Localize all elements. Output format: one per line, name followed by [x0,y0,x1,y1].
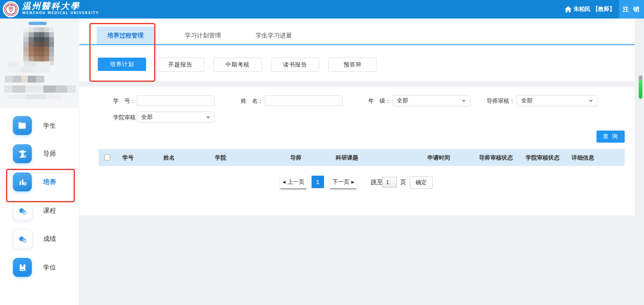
mentor-review-select-value: 全部 [521,97,533,104]
avatar [23,27,54,67]
button-reading-report[interactable]: 读书报告 [271,58,319,72]
prev-arrow-icon: ◀ [283,180,286,184]
sidebar-item-training[interactable]: 培养 [0,172,79,192]
tabs-panel: 培养过程管理 学习计划管理 学生学习进展 培养计划 开题报告 中期考核 读书报告… [79,19,635,81]
grade-select-value: 全部 [397,97,408,104]
mentor-review-label: 导师审核： [487,98,515,105]
sidebar-item-label: 成绩 [43,229,56,248]
college-review-select[interactable]: 全部 [137,112,215,123]
tab-student-progress[interactable]: 学生学习进展 [244,27,304,44]
redacted-text-line [8,62,50,67]
folder-icon [13,116,32,135]
sidebar-item-label: 培养 [43,172,56,191]
redacted-text-line [4,85,76,93]
jump-to-label: 跳至 [371,178,383,186]
jump-page-input[interactable] [382,177,397,187]
tab-study-plan[interactable]: 学习计划管理 [173,27,233,44]
user-info: 朱柏民 【教师】 [565,0,615,19]
col-name: 姓名 [163,149,175,166]
vertical-scrollbar-thumb[interactable] [639,75,642,99]
university-seal-icon: 温州醫科 [3,1,19,17]
app-window: 温州醫科 温州醫科大學 WENZHOU MEDICAL UNIVERSITY 朱… [0,0,644,305]
col-student-id: 学号 [122,149,134,166]
col-college-review-status: 学院审核状态 [526,149,559,166]
col-apply-time: 申请时间 [427,149,450,166]
top-header-bar: 温州醫科 温州醫科大學 WENZHOU MEDICAL UNIVERSITY 朱… [0,0,644,19]
tab-training-process[interactable]: 培养过程管理 [97,27,154,44]
redacted-banner [29,22,47,25]
mentor-review-select[interactable]: 全部 [517,95,597,106]
sidebar-item-courses[interactable]: 课程 [0,201,79,220]
query-panel: 学 号： 姓 名： 年 级： 全部 导师审核： 全部 学院审核： 全部 查 询 … [79,87,635,216]
col-mentor: 导师 [290,149,301,166]
sidebar-item-label: 导师 [43,144,56,163]
next-page-button[interactable]: 下一页 ▶ [330,176,357,188]
page-unit-label: 页 [400,178,406,186]
university-name-en: WENZHOU MEDICAL UNIVERSITY [22,12,99,15]
sidebar-item-mentors[interactable]: 导师 [0,144,79,164]
current-page-indicator[interactable]: 1 [312,176,324,188]
svg-text:温州醫科: 温州醫科 [7,4,15,7]
button-pre-defense[interactable]: 预答辩 [328,58,377,72]
col-research-topic: 科研课题 [336,149,358,166]
chevron-down-icon [462,100,466,102]
sidebar-item-label: 学生 [43,116,56,135]
cloud-sync-icon [13,201,33,221]
table-header-row: 学号 姓名 学院 导师 科研课题 申请时间 导师审核状态 学院审核状态 详细信息 [99,149,625,166]
prev-page-button[interactable]: ◀ 上一页 [280,176,307,188]
grade-select[interactable]: 全部 [392,95,470,106]
next-arrow-icon: ▶ [351,180,355,184]
next-page-label: 下一页 [332,178,349,186]
col-detail-info: 详细信息 [572,149,594,166]
redacted-text-line [8,67,50,73]
name-label: 姓 名： [241,98,263,105]
confirm-button[interactable]: 确定 [410,176,433,189]
chevron-down-icon [206,116,210,119]
sidebar-item-label: 课程 [43,201,56,220]
name-input[interactable] [265,95,343,106]
student-id-input[interactable] [137,95,215,106]
degree-book-icon [13,258,32,277]
profile-section [0,19,79,108]
university-name: 温州醫科大學 WENZHOU MEDICAL UNIVERSITY [22,2,99,15]
bar-chart-icon [13,172,32,191]
grade-label: 年 级： [368,98,391,105]
search-button[interactable]: 查 询 [597,131,625,143]
home-icon[interactable] [565,6,572,12]
user-role-badge: 【教师】 [592,6,615,13]
sidebar-item-degree[interactable]: 学位 [0,258,79,277]
chevron-down-icon [589,100,593,102]
mentor-graduation-icon [13,144,32,163]
button-training-plan[interactable]: 培养计划 [98,58,146,71]
college-review-select-value: 全部 [141,114,153,121]
select-all-checkbox[interactable] [104,154,110,160]
col-mentor-review-status: 导师审核状态 [479,149,513,166]
user-name[interactable]: 朱柏民 [574,6,590,13]
cloud-sync-icon [13,229,33,249]
logout-button[interactable]: 注 销 [619,0,644,19]
redacted-text-line [5,76,44,83]
university-name-cn: 温州醫科大學 [22,2,99,10]
sidebar: 学生 导师 [0,19,79,305]
col-college: 学院 [215,149,226,166]
redacted-text-line [7,94,62,99]
prev-page-label: 上一页 [287,178,304,186]
sidebar-item-label: 学位 [43,258,56,277]
student-id-label: 学 号： [113,98,136,105]
tab-underline [79,44,635,45]
button-proposal-report[interactable]: 开题报告 [156,58,204,72]
button-midterm-assessment[interactable]: 中期考核 [213,58,262,72]
sidebar-item-grades[interactable]: 成绩 [0,229,79,249]
sidebar-item-students[interactable]: 学生 [0,116,79,135]
